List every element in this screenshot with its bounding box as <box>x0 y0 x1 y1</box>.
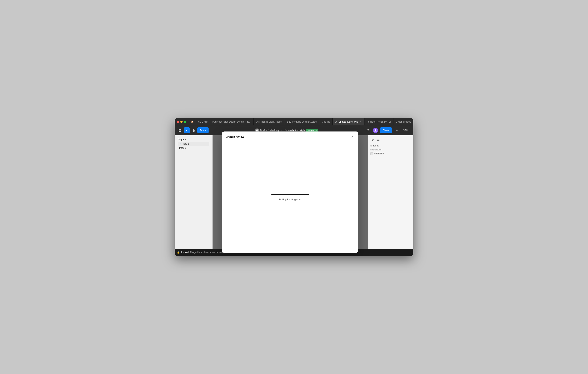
lock-icon: 🔒 <box>177 251 180 254</box>
fill-id-label: Id <box>370 145 372 147</box>
tab-publisher[interactable]: Publisher Portal Design System (Pro... <box>210 118 254 125</box>
sidebar: Pages ▾ ✓ Page 1 Page 2 <box>175 135 212 249</box>
grid-tool-button[interactable] <box>177 127 183 133</box>
cursor-tool-button[interactable] <box>184 127 190 133</box>
tab-label: Update button style <box>339 120 358 123</box>
svg-rect-3 <box>180 130 181 132</box>
tab-bar: 🏠 CGS App Publisher Portal Design System… <box>189 118 393 125</box>
sidebar-item-page1[interactable]: ✓ Page 1 <box>178 142 209 146</box>
app-window: 🏠 CGS App Publisher Portal Design System… <box>175 118 413 256</box>
active-check-icon: ✓ <box>179 143 181 145</box>
svg-rect-9 <box>377 139 379 139</box>
play-button[interactable] <box>394 127 400 133</box>
tab-publisher2[interactable]: Publisher Portal 2.0 - UI <box>365 118 393 125</box>
progress-label: Pulling it all together <box>279 198 301 201</box>
toolbar-right: Share 55% ▾ <box>365 127 411 133</box>
pages-section: Pages ▾ ✓ Page 1 Page 2 <box>175 138 212 150</box>
modal-close-button[interactable]: ✕ <box>350 135 355 139</box>
svg-marker-7 <box>396 129 398 131</box>
modal-body: Pulling it all together <box>222 142 358 253</box>
pages-label: Pages <box>178 138 184 141</box>
progress-bar-fill <box>271 194 294 195</box>
color-label-label: Background <box>370 149 381 151</box>
right-panel-icons <box>370 138 381 142</box>
home-icon: 🏠 <box>191 120 194 123</box>
close-button[interactable] <box>177 121 179 123</box>
zoom-chevron-icon: ▾ <box>409 129 410 131</box>
branch-icon-toolbar: ⎇ <box>280 129 283 132</box>
branch-icon: ⎇ <box>335 120 337 123</box>
breadcrumb-masking[interactable]: Masking <box>270 129 279 132</box>
tab-cgs[interactable]: CGS App <box>196 118 210 125</box>
code-view-icon[interactable] <box>370 138 375 142</box>
svg-rect-0 <box>179 129 180 130</box>
hand-tool-button[interactable] <box>190 127 197 133</box>
titlebar-right: Codapayments <box>393 120 411 123</box>
list-view-icon[interactable] <box>376 138 381 142</box>
tab-update-button-style[interactable]: ⎇ Update button style ✕ <box>333 118 365 125</box>
close-icon: ✕ <box>351 135 354 138</box>
locked-label: Locked <box>181 251 189 254</box>
tab-close-icon[interactable]: ✕ <box>359 120 362 123</box>
headphones-icon-button[interactable] <box>365 127 371 133</box>
svg-rect-1 <box>180 129 181 130</box>
tab-home[interactable]: 🏠 <box>189 118 196 125</box>
share-button[interactable]: Share <box>380 127 392 133</box>
tab-label: Publisher Portal 2.0 - UI <box>367 120 391 123</box>
color-swatch[interactable] <box>370 152 373 155</box>
branch-name: Update button style <box>284 129 305 132</box>
merged-label: Merged <box>308 129 315 131</box>
zoom-control[interactable]: 55% ▾ <box>402 128 411 132</box>
svg-rect-11 <box>377 140 379 140</box>
app-body: Pages ▾ ✓ Page 1 Page 2 Branch review <box>175 135 413 249</box>
breadcrumb-drafts[interactable]: Drafts <box>260 129 267 132</box>
pages-section-header[interactable]: Pages ▾ <box>177 138 210 142</box>
minimize-button[interactable] <box>180 121 183 123</box>
tab-masking[interactable]: Masking <box>319 118 333 125</box>
page1-label: Page 1 <box>182 142 189 145</box>
modal-header: Branch review ✕ <box>222 131 358 142</box>
right-panel-color-value-row: #E5E5E5 <box>370 152 411 155</box>
svg-point-5 <box>257 130 257 131</box>
user-name: Codapayments <box>396 120 411 123</box>
traffic-lights <box>177 121 186 123</box>
color-hex-value: #E5E5E5 <box>374 152 384 155</box>
done-button[interactable]: Done <box>197 127 209 133</box>
canvas-area: Branch review ✕ Pulling it all together <box>212 135 368 249</box>
right-panel-header <box>370 138 411 142</box>
svg-line-8 <box>372 139 373 141</box>
tab-label: OTT Transit Global (Base) <box>256 120 283 123</box>
zoom-label: 55% <box>403 129 408 132</box>
tab-label: B2B Products Design System <box>287 120 317 123</box>
right-panel: Id round Background #E5E5E5 <box>368 135 413 249</box>
sidebar-item-page2[interactable]: Page 2 <box>178 146 209 150</box>
tab-b2b[interactable]: B2B Products Design System <box>285 118 319 125</box>
tab-ott[interactable]: OTT Transit Global (Base) <box>254 118 285 125</box>
modal-title: Branch review <box>226 135 244 138</box>
fill-value: round <box>373 144 379 147</box>
toolbar-left: Done <box>177 127 209 133</box>
branch-review-modal: Branch review ✕ Pulling it all together <box>222 131 358 253</box>
svg-rect-10 <box>377 140 379 140</box>
tab-label: CGS App <box>198 120 208 123</box>
right-panel-color-row: Background <box>370 149 411 151</box>
breadcrumb-separator: / <box>268 129 269 132</box>
maximize-button[interactable] <box>184 121 186 123</box>
right-panel-fill-row: Id round <box>370 144 411 147</box>
titlebar: 🏠 CGS App Publisher Portal Design System… <box>175 118 413 125</box>
tab-label: Masking <box>322 120 330 123</box>
svg-rect-2 <box>179 130 180 132</box>
page2-label: Page 2 <box>179 147 186 149</box>
progress-bar <box>271 194 309 195</box>
tab-label: Publisher Portal Design System (Pro... <box>212 120 251 123</box>
pages-chevron-icon: ▾ <box>185 139 186 141</box>
avatar-button[interactable] <box>373 128 378 133</box>
merged-chevron-icon: ▾ <box>316 129 317 131</box>
modal-overlay: Branch review ✕ Pulling it all together <box>212 135 368 249</box>
